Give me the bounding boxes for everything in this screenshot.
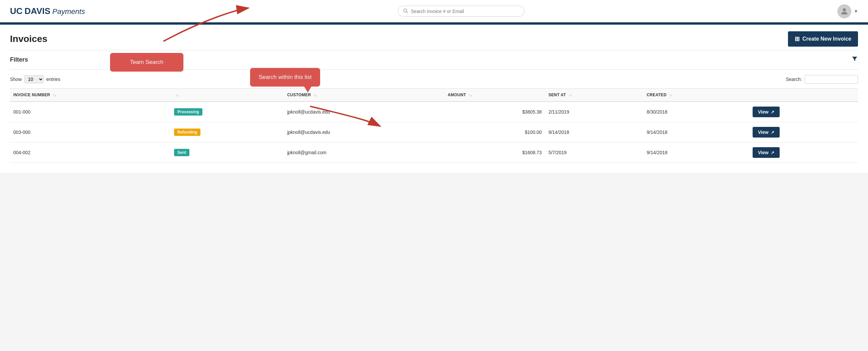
sort-status-icon[interactable]: ↑↓ — [176, 94, 179, 97]
external-link-icon: ↗ — [771, 150, 774, 155]
cell-amount: $1608.73 — [444, 143, 545, 163]
external-link-icon: ↗ — [771, 130, 774, 135]
create-button-label: Create New Invoice — [802, 36, 851, 42]
global-search-wrapper[interactable] — [398, 6, 525, 16]
col-action — [749, 89, 858, 102]
cell-sent-at: 5/7/2019 — [545, 143, 644, 163]
page-header: Invoices ⊞ Create New Invoice — [10, 25, 858, 50]
create-new-invoice-button[interactable]: ⊞ Create New Invoice — [788, 31, 858, 47]
status-badge: Sent — [174, 149, 189, 156]
filter-icon[interactable] — [851, 56, 858, 64]
user-menu-area: ▼ — [837, 4, 858, 18]
cell-action: View ↗ — [749, 102, 858, 122]
cell-sent-at: 2/11/2019 — [545, 102, 644, 122]
svg-point-0 — [404, 9, 407, 12]
filters-label: Filters — [10, 56, 28, 63]
cell-amount: $100.00 — [444, 122, 545, 143]
col-invoice-number[interactable]: INVOICE NUMBER ↑↓ — [10, 89, 171, 102]
view-invoice-button[interactable]: View ↗ — [753, 127, 780, 138]
table-row: 004-002 Sent jpknoll@gmail.com $1608.73 … — [10, 143, 858, 163]
cell-created: 8/30/2018 — [643, 102, 749, 122]
invoices-table: INVOICE NUMBER ↑↓ ↑↓ CUSTOMER ↑↓ AMOUNT … — [10, 88, 858, 163]
cell-customer: jpknoll@gmail.com — [284, 143, 444, 163]
cell-customer: jpknoll@ucdavis.edu — [284, 102, 444, 122]
cell-created: 9/14/2018 — [643, 143, 749, 163]
table-header-row: INVOICE NUMBER ↑↓ ↑↓ CUSTOMER ↑↓ AMOUNT … — [10, 89, 858, 102]
cell-status: Processing — [171, 102, 284, 122]
filters-bar: Filters — [10, 50, 858, 70]
logo-davis: DAVIS — [25, 6, 51, 16]
table-controls: Show 10 25 50 100 entries Search: — [10, 70, 858, 87]
col-amount[interactable]: AMOUNT ↑↓ — [444, 89, 545, 102]
svg-line-1 — [406, 12, 408, 13]
status-badge: Refunding — [174, 129, 200, 136]
table-search-label: Search: — [786, 77, 802, 82]
logo-payments: Payments — [52, 7, 85, 16]
sort-invoice-number-icon[interactable]: ↑↓ — [53, 94, 56, 97]
plus-icon: ⊞ — [795, 35, 800, 43]
entries-label: entries — [46, 77, 60, 82]
status-badge: Processing — [174, 108, 203, 115]
top-navigation-bar: UCDAVIS Payments ▼ — [0, 0, 868, 23]
show-label: Show — [10, 77, 22, 82]
cell-status: Sent — [171, 143, 284, 163]
sort-customer-icon[interactable]: ↑↓ — [314, 94, 317, 97]
cell-status: Refunding — [171, 122, 284, 143]
cell-invoice-number: 004-002 — [10, 143, 171, 163]
cell-action: View ↗ — [749, 122, 858, 143]
show-entries-control: Show 10 25 50 100 entries — [10, 75, 60, 83]
view-invoice-button[interactable]: View ↗ — [753, 147, 780, 158]
table-search-input[interactable] — [805, 75, 858, 83]
sort-created-icon[interactable]: ↑↓ — [670, 94, 673, 97]
col-customer[interactable]: CUSTOMER ↑↓ — [284, 89, 444, 102]
avatar[interactable] — [837, 4, 851, 18]
view-invoice-button[interactable]: View ↗ — [753, 107, 780, 117]
sort-sent-at-icon[interactable]: ↑↓ — [569, 94, 572, 97]
cell-invoice-number: 001-000 — [10, 102, 171, 122]
svg-point-2 — [843, 8, 846, 11]
table-row: 001-000 Processing jpknoll@ucdavis.edu $… — [10, 102, 858, 122]
view-label: View — [758, 109, 769, 114]
col-status: ↑↓ — [171, 89, 284, 102]
global-search-input[interactable] — [411, 9, 520, 14]
main-content: Invoices ⊞ Create New Invoice Filters Sh… — [0, 25, 868, 173]
cell-sent-at: 9/14/2018 — [545, 122, 644, 143]
logo-area: UCDAVIS Payments — [10, 6, 85, 16]
page-title: Invoices — [10, 34, 48, 44]
cell-amount: $3805.38 — [444, 102, 545, 122]
logo-uc: UC — [10, 6, 23, 16]
search-icon — [403, 8, 408, 14]
view-label: View — [758, 150, 769, 155]
cell-action: View ↗ — [749, 143, 858, 163]
col-created[interactable]: CREATED ↑↓ — [643, 89, 749, 102]
view-label: View — [758, 130, 769, 135]
sort-amount-icon[interactable]: ↑↓ — [469, 94, 472, 97]
user-dropdown-arrow[interactable]: ▼ — [854, 9, 858, 14]
table-row: 003-000 Refunding jpknoll@ucdavis.edu $1… — [10, 122, 858, 143]
cell-invoice-number: 003-000 — [10, 122, 171, 143]
entries-select[interactable]: 10 25 50 100 — [24, 75, 44, 83]
table-search-area: Search: — [786, 75, 858, 83]
top-search-area — [85, 6, 837, 16]
cell-customer: jpknoll@ucdavis.edu — [284, 122, 444, 143]
col-sent-at[interactable]: SENT AT ↑↓ — [545, 89, 644, 102]
external-link-icon: ↗ — [771, 110, 774, 114]
cell-created: 9/14/2018 — [643, 122, 749, 143]
